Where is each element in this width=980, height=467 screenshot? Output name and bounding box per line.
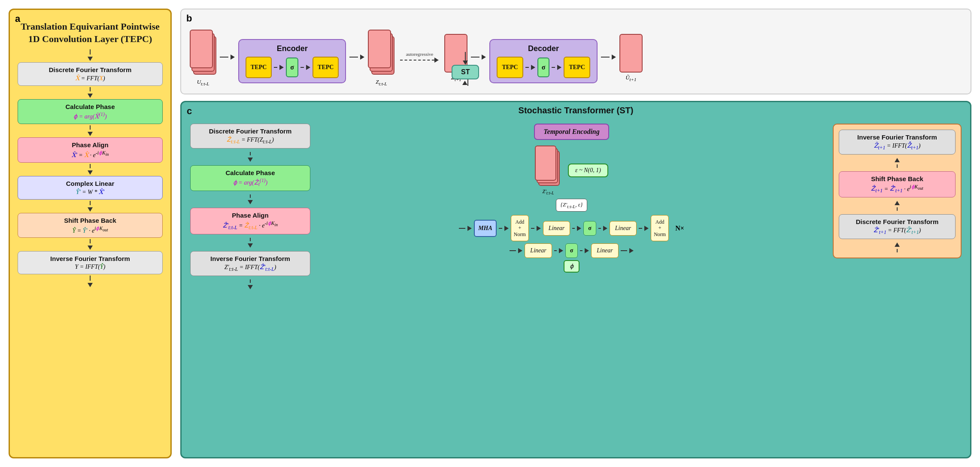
add-norm2-box: Add+Norm [651,215,669,241]
decoder-inner: TEPC σ TEPC [497,57,590,78]
panel-b-label: b [186,13,192,24]
phi-row: ϕ [564,260,580,273]
calc-phase-title: Calculate Phase [23,103,157,110]
mha-box: MHA [474,220,497,237]
enc-arrow2 [300,65,310,70]
linear2-box: Linear [610,221,637,236]
decoder-sigma: σ [537,58,550,77]
right-panels: b Ut:t-L Encod [180,9,971,458]
panel-c-label: c [187,106,192,117]
c-dft-right-formula: Ẑ't+1 = FFT(Z̃'t+1) [844,227,950,235]
transformer-flow: MHA Add+Norm Linear σ Li [459,215,669,241]
c-dft-right-box: Discrete Fourier Transform Ẑ't+1 = FFT(Z… [839,214,956,239]
c-arrow-4 [190,279,310,289]
dft-formula: X̂ = FFT(X) [23,75,157,82]
u-label: Ut:t-L [197,79,209,86]
encoder-inner: TEPC σ TEPC [246,57,339,78]
phi-box: ϕ [564,260,580,273]
encoder-block: Encoder TEPC σ TEPC [238,39,346,83]
autoregressive-line [400,58,439,63]
encoder-tepc2: TEPC [313,57,339,78]
decoder-block: Decoder TEPC σ TEPC [489,39,597,83]
u-tilde-stack: Ũt+1 [619,34,643,82]
c-arrow-1 [190,152,310,162]
zp-front [535,146,556,181]
c-ifft-left-box: Inverse Fourier Transform Z't:t-L = IFFT… [190,251,310,276]
autoregressive-label: autoregressive [406,52,434,57]
c-phase-align-title: Phase Align [196,212,305,219]
c-dft-box: Discrete Fourier Transform Ẑt:t-L = FFT(… [190,124,310,149]
autoregressive-arrow: autoregressive [400,52,439,63]
ifft-box: Inverse Fourier Transform Y = IFFT(Ŷ) [18,251,163,274]
transformer-row2: Linear σ Linear [510,243,633,258]
z-label: Zt:t-L [376,79,387,86]
linear4-box: Linear [591,243,618,258]
arrow-3 [88,125,93,136]
transformer-row1: MHA Add+Norm Linear σ Li [316,215,828,241]
c-dft-formula: Ẑt:t-L = FFT(Zt:t-L) [196,136,305,145]
arrow-1 [88,49,93,61]
c-phase-align-formula: Ẑ't:t-L = Ẑt:t-L · e-iϕKin [196,220,305,230]
c-arrow-2 [190,194,310,204]
shift-phase-box: Shift Phase Back Ŷ = Ŷ' · eiϕKout [18,213,163,238]
sigma2-box: σ [565,243,578,258]
c-dft-title: Discrete Fourier Transform [196,127,305,135]
panel-b-content: Ut:t-L Encoder TEPC σ [190,27,962,86]
arrow-6 [88,239,93,250]
c-calc-phase-formula: ϕ = arg(Ẑt(1)) [196,178,305,187]
set-brace-box: {Z't:t-L, ε} [556,199,587,212]
calc-phase-box: Calculate Phase ϕ = arg(X̂(1)) [18,99,163,124]
z-prime-label: Z't:t-L [543,188,554,195]
arrow-7 [88,276,93,287]
sigma1-box: σ [583,221,596,236]
c-ifft-right-formula: Z̃t+1 = IFFT(Z̃̂t+1) [844,142,950,151]
c-calc-phase-title: Calculate Phase [196,169,305,176]
u-tilde-front [619,34,643,73]
temporal-encoding-box: Temporal Encoding [534,124,609,140]
ifft-title: Inverse Fourier Transform [23,255,157,262]
z-prime-stack [535,146,561,188]
add-norm1-box: Add+Norm [511,215,529,241]
dec-arrow2 [552,65,561,70]
complex-linear-title: Complex Linear [23,180,157,187]
main-layout: a Translation Equivariant Pointwise 1D C… [0,0,980,467]
complex-linear-formula: Ŷ' = W * X̂' [23,188,157,196]
arrowhead [88,57,93,61]
decoder-title: Decoder [528,44,559,53]
u-tilde-label: Ũt+1 [625,74,636,82]
u-card-front [190,30,213,68]
panel-c-right-col: Inverse Fourier Transform Z̃t+1 = IFFT(Z… [833,124,962,258]
phase-align-formula: X̂' = X̂ · e-iϕKin [23,150,157,159]
u-tilde-card [619,34,643,73]
v-line [90,49,91,55]
panel-c: c Stochastic Transformer (ST) Discrete F… [180,101,971,458]
u-stack-cards [190,30,216,77]
panel-c-left-col: Discrete Fourier Transform Ẑt:t-L = FFT(… [190,124,310,289]
phase-align-box: Phase Align X̂' = X̂ · e-iϕKin [18,137,163,163]
z-card-front [368,30,391,68]
dec-arrow1 [525,65,535,70]
cr-arrow-3 [839,243,956,252]
c-shift-phase-right-formula: Ẑt+1 = Ẑ't+1 · eiϕKout [844,184,950,194]
arrow-encoder-to-z [349,55,364,60]
panel-c-center-col: Temporal Encoding Z't:t-L ε ~ N( [316,124,828,273]
c-arrow-3 [190,238,310,248]
arrow-to-encoder [220,55,235,60]
st-title: Stochastic Transformer (ST) [519,106,634,115]
decoder-tepc2: TEPC [564,57,590,78]
complex-linear-box: Complex Linear Ŷ' = W * X̂' [18,176,163,200]
c-dft-right-title: Discrete Fourier Transform [844,218,950,225]
dft-box: Discrete Fourier Transform X̂ = FFT(X) [18,62,163,86]
linear1-box: Linear [543,221,570,236]
panel-b: b Ut:t-L Encod [180,9,971,94]
panel-a: a Translation Equivariant Pointwise 1D C… [9,9,172,458]
st-label: ST [452,65,479,79]
arrow-decoder-to-u-tilde [601,55,616,60]
transformer-rows: MHA Add+Norm Linear σ Li [316,215,828,273]
c-ifft-right-title: Inverse Fourier Transform [844,133,950,141]
enc-arrow1 [274,65,284,70]
cr-arrow-2 [839,201,956,211]
cr-arrow-1 [839,158,956,168]
nx-label: N× [675,224,684,232]
arrow-4 [88,164,93,175]
